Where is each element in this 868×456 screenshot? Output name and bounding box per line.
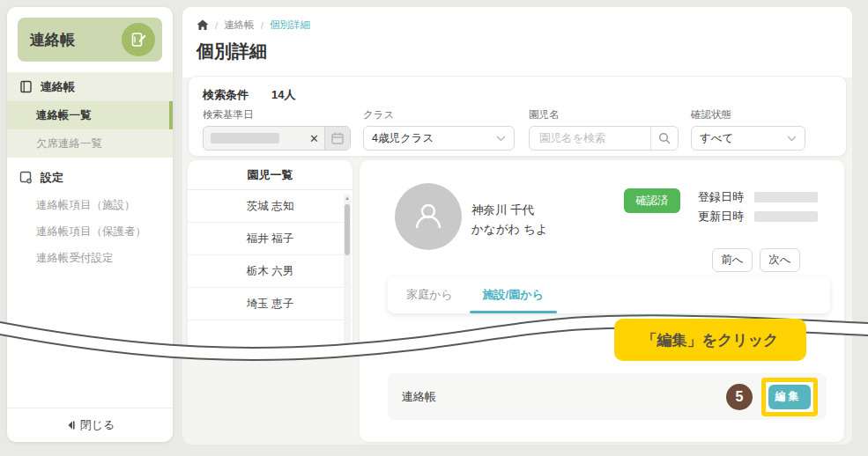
- contact-book-logo-icon: [122, 23, 155, 56]
- sidebar-item-absence-list[interactable]: 欠席連絡一覧: [7, 129, 173, 158]
- status-badge: 確認済: [624, 188, 680, 213]
- callout-text: 「編集」をクリック: [642, 330, 779, 350]
- step-number-badge: 5: [726, 384, 753, 410]
- breadcrumb-item[interactable]: 連絡帳: [224, 18, 255, 32]
- child-name-search: [529, 126, 679, 151]
- sidebar-section-label: 連絡帳: [41, 79, 75, 95]
- class-field-label: クラス: [363, 108, 515, 121]
- child-list-title: 園児一覧: [188, 160, 352, 190]
- status-select[interactable]: すべて: [691, 126, 805, 151]
- prev-button[interactable]: 前へ: [712, 248, 753, 272]
- breadcrumb-separator: /: [215, 20, 218, 31]
- sidebar-item-renrakucho-list[interactable]: 連絡帳一覧: [7, 101, 173, 129]
- sidebar-item-label: 連絡帳一覧: [36, 108, 92, 123]
- updated-at-label: 更新日時: [698, 209, 744, 224]
- home-icon[interactable]: [197, 19, 209, 31]
- tab-from-facility[interactable]: 施設/園から: [475, 276, 552, 313]
- sidebar-menu: 連絡帳 連絡帳一覧 欠席連絡一覧 設定 連絡帳項目（施設） 連絡帳項目（保護者）…: [7, 72, 173, 271]
- detail-tab-bar: 家庭から 施設/園から: [388, 276, 830, 313]
- settings-icon: [19, 171, 33, 184]
- child-name-field-label: 園児名: [529, 108, 679, 121]
- page-title: 個別詳細: [197, 40, 852, 63]
- edit-button-highlight: 編集: [761, 378, 818, 416]
- chevron-down-icon: [787, 136, 797, 142]
- sidebar-section-label: 設定: [41, 170, 63, 186]
- sidebar-item-items-facility[interactable]: 連絡帳項目（施設）: [7, 192, 173, 218]
- redacted-date-value: [211, 133, 279, 143]
- sidebar-item-label: 連絡帳受付設定: [36, 251, 114, 266]
- sidebar-item-reception-settings[interactable]: 連絡帳受付設定: [7, 245, 173, 271]
- tutorial-callout: 「編集」をクリック: [614, 319, 806, 361]
- sidebar-header: 連絡帳: [18, 18, 162, 62]
- child-name-kana: かながわ ちよ: [471, 220, 548, 239]
- class-select[interactable]: 4歳児クラス: [363, 126, 515, 151]
- notebook-icon: [19, 80, 33, 93]
- pager: 前へ 次へ: [712, 248, 800, 272]
- search-button[interactable]: [650, 127, 678, 150]
- main-header: / 連絡帳 / 個別詳細 個別詳細: [182, 7, 852, 77]
- clear-date-icon[interactable]: ✕: [309, 132, 319, 145]
- tab-from-home[interactable]: 家庭から: [398, 276, 461, 313]
- chevron-down-icon: [496, 136, 506, 142]
- app-title: 連絡帳: [30, 30, 75, 50]
- tab-label: 施設/園から: [483, 287, 544, 303]
- avatar: [395, 183, 462, 250]
- sidebar-item-label: 連絡帳項目（施設）: [36, 198, 136, 213]
- sidebar-section-renrakucho[interactable]: 連絡帳: [7, 72, 173, 101]
- breadcrumb-current: 個別詳細: [270, 18, 310, 32]
- collapse-label: 閉じる: [80, 417, 115, 433]
- sidebar-item-items-guardian[interactable]: 連絡帳項目（保護者）: [7, 218, 173, 245]
- child-list-item[interactable]: 茨城 志知: [188, 190, 352, 223]
- next-button[interactable]: 次へ: [760, 248, 800, 272]
- child-list-item[interactable]: 栃木 六男: [188, 255, 352, 288]
- search-date-input[interactable]: ✕: [203, 126, 351, 151]
- scroll-up-icon[interactable]: ▲: [344, 195, 351, 201]
- child-name-search-input[interactable]: [538, 131, 650, 145]
- tab-label: 家庭から: [406, 287, 453, 303]
- child-name: 神奈川 千代: [471, 201, 548, 220]
- child-list-item[interactable]: 福井 福子: [188, 223, 352, 255]
- sidebar-item-label: 連絡帳項目（保護者）: [36, 224, 146, 239]
- scrollbar-thumb[interactable]: [345, 204, 350, 255]
- scrollbar[interactable]: ▲: [344, 194, 351, 349]
- timestamps: 登録日時 更新日時: [698, 188, 818, 226]
- calendar-picker-button[interactable]: [324, 127, 350, 150]
- child-list-card: 園児一覧 茨城 志知 福井 福子 栃木 六男 埼玉 恵子 ▲: [188, 160, 352, 352]
- sidebar-item-label: 欠席連絡一覧: [36, 136, 102, 151]
- main-area: / 連絡帳 / 個別詳細 個別詳細 検索条件 14人 検索基準日 ✕: [182, 7, 852, 445]
- status-select-value: すべて: [700, 131, 733, 146]
- child-name-block: 神奈川 千代 かながわ ちよ: [471, 201, 548, 239]
- result-count: 14人: [271, 87, 295, 103]
- breadcrumb-separator: /: [261, 20, 263, 31]
- sidebar: 連絡帳 連絡帳 連絡帳一覧 欠席連絡一覧 設定 連絡帳項目（施設） 連: [7, 7, 173, 442]
- section-row-label: 連絡帳: [402, 389, 726, 405]
- collapse-left-icon: [65, 420, 76, 430]
- redacted-updated-value: [754, 211, 818, 222]
- child-detail-card: 神奈川 千代 かながわ ちよ 確認済 登録日時 更新日時 前へ 次へ 家庭から …: [360, 160, 844, 442]
- date-field-label: 検索基準日: [203, 108, 351, 121]
- edit-button[interactable]: 編集: [768, 385, 811, 409]
- breadcrumb: / 連絡帳 / 個別詳細: [197, 18, 852, 32]
- sidebar-section-settings[interactable]: 設定: [7, 163, 173, 192]
- class-select-value: 4歳児クラス: [372, 131, 434, 146]
- redacted-registered-value: [754, 192, 818, 202]
- registered-at-label: 登録日時: [698, 189, 744, 205]
- status-field-label: 確認状態: [691, 108, 805, 121]
- sidebar-collapse-button[interactable]: 閉じる: [7, 408, 173, 442]
- renrakucho-section-row: 連絡帳 5 編集: [388, 373, 827, 420]
- search-conditions-card: 検索条件 14人 検索基準日 ✕ クラス 4歳児クラス: [188, 76, 847, 157]
- search-conditions-label: 検索条件: [203, 87, 249, 103]
- child-list-item[interactable]: 埼玉 恵子: [188, 288, 352, 320]
